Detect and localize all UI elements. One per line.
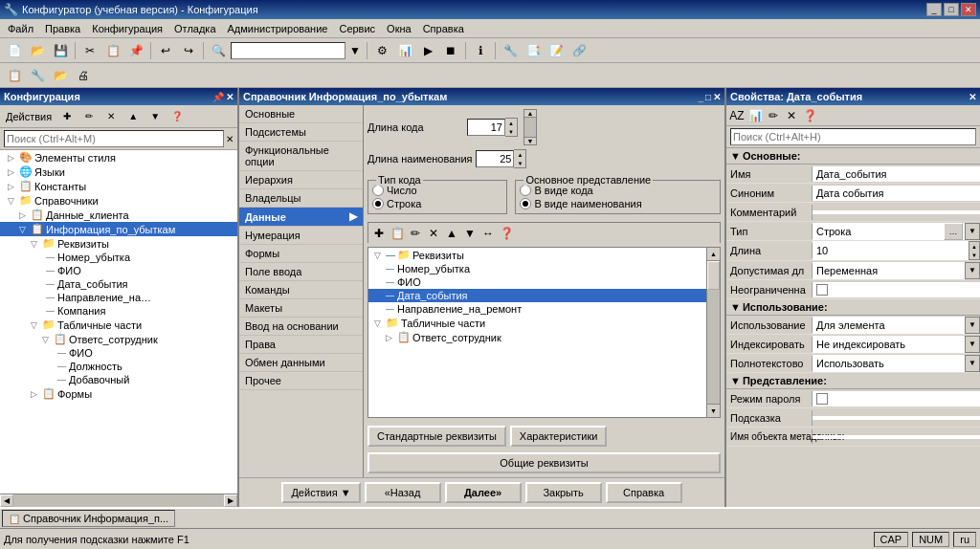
nav-podsistemy[interactable]: Подсистемы <box>239 123 363 142</box>
tb2-4[interactable]: 🖨 <box>73 65 94 86</box>
left-panel-search-clear[interactable]: ✕ <box>226 134 234 144</box>
tb-config2[interactable]: 📊 <box>394 40 415 61</box>
props-val-imya[interactable]: Дата_события <box>813 166 980 182</box>
tree-toggle-otv[interactable]: ▽ <box>42 335 54 344</box>
dlina-spin-down[interactable]: ▼ <box>969 251 979 259</box>
props-sort-cat[interactable]: 📊 <box>746 107 764 124</box>
props-index-down-btn[interactable]: ▼ <box>965 336 980 353</box>
lp-up[interactable]: ▲ <box>122 106 144 127</box>
lp-edit[interactable]: ✏ <box>78 106 100 127</box>
characteristics-btn[interactable]: Характеристики <box>510 426 608 447</box>
nav-vladelcy[interactable]: Владельцы <box>239 189 363 208</box>
tree-item-dannye[interactable]: ▷ 📋 Данные_клиента <box>0 208 237 222</box>
props-val-podskazka[interactable] <box>813 416 980 420</box>
props-section-basic[interactable]: ▼ Основные: <box>726 148 980 165</box>
rek-item-fio[interactable]: — ФИО <box>368 275 706 289</box>
tb-stop[interactable]: ⏹ <box>440 40 461 61</box>
nav-obmen[interactable]: Обмен данными <box>239 354 363 372</box>
tree-item-rekvizity-root[interactable]: ▽ 📁 Реквизиты <box>0 236 237 251</box>
rek-toggle-rek[interactable]: ▽ <box>374 251 386 260</box>
menu-help[interactable]: Справка <box>417 21 470 36</box>
scroll-right[interactable]: ▶ <box>224 494 237 507</box>
rek-toggle-tab[interactable]: ▽ <box>374 318 386 328</box>
left-panel-search-input[interactable] <box>4 130 224 147</box>
radio-circle-koda[interactable] <box>520 185 531 196</box>
nav-osnovnye[interactable]: Основные <box>239 105 363 123</box>
general-rekvizity-btn[interactable]: Общие реквизиты <box>368 452 721 473</box>
dlina-naim-input[interactable]: 25 <box>476 150 514 167</box>
tb-find[interactable]: 🔍 <box>208 40 229 61</box>
props-tip-dots-btn[interactable]: … <box>944 223 963 240</box>
tree-item-langs[interactable]: ▷ 🌐 Языки <box>0 165 237 179</box>
sb-up[interactable]: ▲ <box>524 110 536 118</box>
props-close[interactable]: ✕ <box>969 92 976 102</box>
rek-item-naprav[interactable]: — Направление_на_ремонт <box>368 302 706 316</box>
tree-item-nomer[interactable]: — Номер_убытка <box>0 251 237 264</box>
tree-toggle-styles[interactable]: ▷ <box>8 153 19 163</box>
tree-item-dobav[interactable]: — Добавочный <box>0 373 237 386</box>
dialog-close[interactable]: ✕ <box>713 92 721 102</box>
tb-open[interactable]: 📂 <box>27 40 48 61</box>
tb-extra2[interactable]: 📑 <box>523 40 544 61</box>
menu-config[interactable]: Конфигурация <box>86 21 168 36</box>
tree-toggle-formy[interactable]: ▷ <box>31 389 42 399</box>
tree-item-napr[interactable]: — Направление_на_ремонт <box>0 291 237 304</box>
rek-add[interactable]: ✚ <box>370 225 388 242</box>
props-search-input[interactable] <box>730 128 976 145</box>
radio-circle-chislo[interactable] <box>372 185 384 196</box>
tree-toggle-langs[interactable]: ▷ <box>8 167 19 177</box>
nav-komandy[interactable]: Команды <box>239 281 363 299</box>
nav-numeraciya[interactable]: Нумерация <box>239 227 363 245</box>
tree-item-dolzhnost[interactable]: — Должность <box>0 360 237 373</box>
props-help[interactable]: ❓ <box>801 107 818 124</box>
tb-undo[interactable]: ↩ <box>155 40 176 61</box>
props-val-comment[interactable] <box>813 210 980 214</box>
tree-item-spravochniki[interactable]: ▽ 📁 Справочники <box>0 193 237 208</box>
scroll-left[interactable]: ◀ <box>0 494 13 507</box>
rek-sb-thumb[interactable] <box>707 261 720 290</box>
radio-circle-naim[interactable] <box>520 198 531 209</box>
props-dop-down-btn[interactable]: ▼ <box>965 262 980 279</box>
rezhim-checkbox[interactable] <box>816 393 828 405</box>
radio-v-vide-koda[interactable]: В виде кода <box>520 185 716 196</box>
nav-ierarhiya[interactable]: Иерархия <box>239 171 363 189</box>
props-delete[interactable]: ✕ <box>783 107 800 124</box>
tb-cut[interactable]: ✂ <box>79 40 100 61</box>
dlina-koda-down[interactable]: ▼ <box>505 127 517 136</box>
tb-info[interactable]: ℹ <box>470 40 491 61</box>
props-tip-down-btn[interactable]: ▼ <box>965 223 980 240</box>
dlina-koda-up[interactable]: ▲ <box>505 119 517 127</box>
tree-item-tabchasti[interactable]: ▽ 📁 Табличные части <box>0 318 237 332</box>
lp-add[interactable]: ✚ <box>56 106 78 127</box>
tb-copy[interactable]: 📋 <box>102 40 123 61</box>
taskbar-item[interactable]: 📋 Справочник Информация_п... <box>2 510 175 527</box>
tb2-1[interactable]: 📋 <box>4 65 25 86</box>
left-panel-close[interactable]: ✕ <box>226 92 234 102</box>
tree-toggle-dannye[interactable]: ▷ <box>19 210 31 220</box>
radio-circle-stroka[interactable] <box>372 198 384 209</box>
menu-edit[interactable]: Правка <box>39 21 86 36</box>
props-ispolz-down-btn[interactable]: ▼ <box>965 317 980 334</box>
props-section-present[interactable]: ▼ Представление: <box>726 373 980 389</box>
nav-dannye[interactable]: Данные ▶ <box>239 208 363 227</box>
rek-scrollbar[interactable]: ▲ ▼ <box>706 248 720 417</box>
dlina-koda-input[interactable]: 17 <box>467 119 505 136</box>
rek-toggle-otv-sot[interactable]: ▷ <box>386 333 397 342</box>
sb-down[interactable]: ▼ <box>524 137 536 144</box>
rek-item-nomer[interactable]: — Номер_убытка <box>368 262 706 275</box>
lp-delete[interactable]: ✕ <box>100 106 122 127</box>
actions-btn[interactable]: Действия ▼ <box>281 482 360 503</box>
left-panel-scrollbar-h[interactable]: ◀ ▶ <box>0 494 237 507</box>
menu-debug[interactable]: Отладка <box>168 21 221 36</box>
rek-down[interactable]: ▼ <box>461 225 479 242</box>
back-btn[interactable]: «Назад <box>365 482 441 503</box>
rek-item-tabchasti[interactable]: ▽ 📁 Табличные части <box>368 316 706 330</box>
dialog-minimize[interactable]: _ <box>698 92 703 102</box>
nav-prava[interactable]: Права <box>239 336 363 354</box>
tb-extra1[interactable]: 🔧 <box>500 40 521 61</box>
tb-redo[interactable]: ↪ <box>178 40 199 61</box>
standart-rekvizity-btn[interactable]: Стандартные реквизиты <box>368 426 506 447</box>
dialog-maximize[interactable]: □ <box>705 92 711 102</box>
tb-run[interactable]: ▶ <box>417 40 438 61</box>
tree-item-fio2[interactable]: — ФИО <box>0 346 237 360</box>
